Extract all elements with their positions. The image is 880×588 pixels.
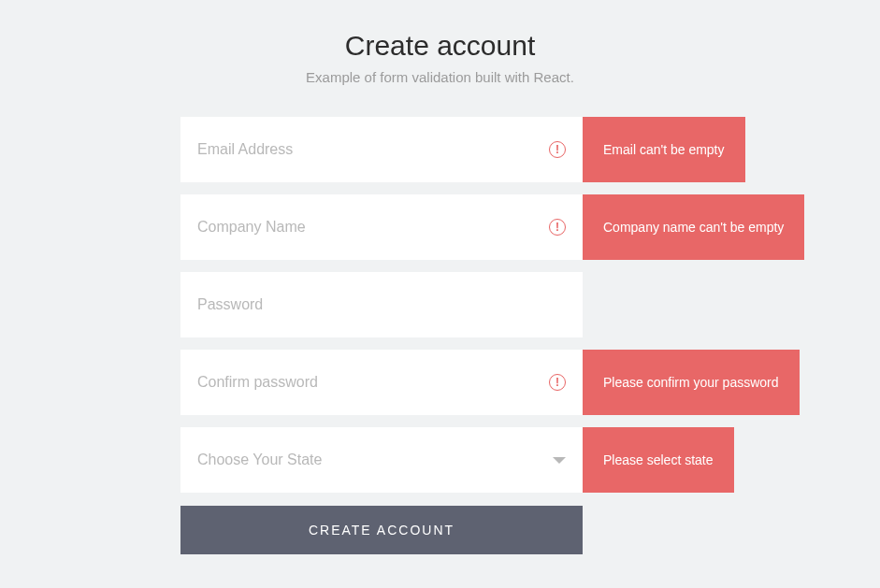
company-input-wrapper <box>180 194 583 260</box>
company-row: Company name can't be empty <box>180 194 880 260</box>
state-error: Please select state <box>583 427 734 493</box>
company-input[interactable] <box>197 219 549 236</box>
page-subtitle: Example of form validation built with Re… <box>0 69 880 85</box>
email-row: Email can't be empty <box>180 117 880 182</box>
error-icon <box>549 219 566 236</box>
page-title: Create account <box>0 30 880 62</box>
error-icon <box>549 374 566 391</box>
confirm-error: Please confirm your password <box>583 350 800 415</box>
create-account-button[interactable]: CREATE ACCOUNT <box>180 506 583 554</box>
password-input-wrapper <box>180 272 583 337</box>
form-header: Create account Example of form validatio… <box>0 30 880 85</box>
confirm-password-input[interactable] <box>197 374 549 391</box>
email-input-wrapper <box>180 117 583 182</box>
state-row: Choose Your State Please select state <box>180 427 880 493</box>
confirm-input-wrapper <box>180 350 583 415</box>
state-select-label: Choose Your State <box>197 452 553 468</box>
confirm-row: Please confirm your password <box>180 350 880 415</box>
error-icon <box>549 141 566 158</box>
company-error: Company name can't be empty <box>583 194 804 260</box>
email-error: Email can't be empty <box>583 117 745 182</box>
password-row <box>180 272 880 337</box>
create-account-form: Email can't be empty Company name can't … <box>180 117 880 554</box>
chevron-down-icon <box>553 457 566 464</box>
state-select[interactable]: Choose Your State <box>180 427 583 493</box>
password-input[interactable] <box>197 296 566 313</box>
email-input[interactable] <box>197 141 549 158</box>
